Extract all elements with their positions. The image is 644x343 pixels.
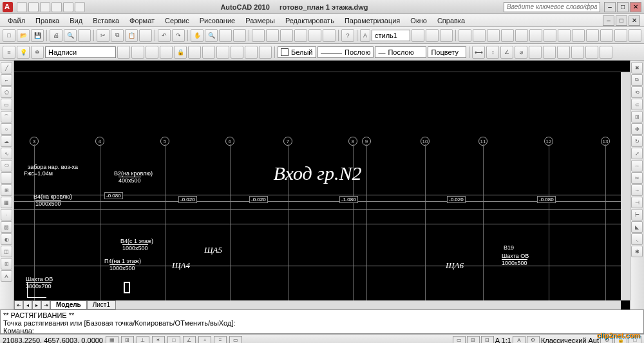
tablestyle-icon[interactable] [426, 29, 439, 42]
menu-format[interactable]: Формат [126, 15, 158, 26]
spline-icon[interactable]: ∿ [1, 148, 12, 159]
close-button[interactable]: ✕ [630, 2, 641, 12]
snap-toggle[interactable]: ▦ [106, 336, 118, 344]
menu-window[interactable]: Окно [406, 15, 431, 26]
table-icon[interactable]: ⊞ [1, 258, 12, 270]
circle-icon[interactable]: ○ [1, 123, 12, 135]
open-icon[interactable]: 📂 [17, 29, 30, 42]
stretch-icon[interactable]: ↔ [631, 160, 643, 172]
layer-combo[interactable]: Надписи [45, 46, 116, 58]
scale-icon[interactable]: ⤢ [631, 148, 643, 159]
block-icon[interactable]: ▦ [1, 197, 12, 208]
qat-save-icon[interactable] [40, 2, 50, 12]
dim-h-icon[interactable]: ⟷ [472, 46, 485, 59]
menu-file[interactable]: Файл [4, 15, 29, 26]
dim-ordinate-icon[interactable] [544, 29, 556, 42]
new-icon[interactable]: □ [3, 29, 15, 42]
properties-icon[interactable] [252, 29, 265, 42]
print-icon[interactable]: 🖨 [50, 29, 62, 42]
menu-dimension[interactable]: Размеры [242, 15, 279, 26]
dim-misc3-icon[interactable] [557, 46, 570, 59]
zoom-window-icon[interactable] [219, 29, 232, 42]
plotstyle-combo[interactable]: Поцвету [428, 46, 466, 58]
dim-tolerance-icon[interactable] [586, 29, 599, 42]
chamfer-icon[interactable]: ◣ [631, 221, 643, 233]
menu-edit[interactable]: Правка [32, 15, 63, 26]
anno-vis-icon[interactable]: A [513, 336, 526, 344]
command-window[interactable]: ** РАСТЯГИВАНИЕ ** Точка растягивания ил… [0, 309, 644, 334]
dim-aligned-icon[interactable] [473, 29, 486, 42]
dim-misc2-icon[interactable] [543, 46, 556, 59]
doc-minimize-button[interactable]: – [603, 15, 614, 26]
anno-scale[interactable]: A 1:1 [495, 337, 511, 344]
dim-update-icon[interactable] [629, 29, 641, 42]
revcloud-icon[interactable]: ☁ [1, 135, 12, 147]
save-icon[interactable]: 💾 [31, 29, 44, 42]
sheetset-icon[interactable] [294, 29, 307, 42]
layer-previous-icon[interactable] [117, 46, 130, 59]
menu-draw[interactable]: Рисование [196, 15, 239, 26]
pan-icon[interactable]: ✋ [191, 29, 204, 42]
rectangle-icon[interactable]: ▭ [1, 99, 12, 110]
qat-new-icon[interactable] [17, 2, 27, 12]
dim-center-icon[interactable] [600, 29, 613, 42]
menu-tools[interactable]: Сервис [161, 15, 193, 26]
mirror-icon[interactable]: ⟲ [631, 86, 643, 98]
line-icon[interactable]: ╱ [1, 62, 12, 74]
zoom-prev-icon[interactable] [233, 29, 246, 42]
layer-manager-icon[interactable]: ≡ [3, 46, 15, 59]
layer-on-icon[interactable] [231, 46, 243, 59]
dim-v-icon[interactable]: ↕ [486, 46, 499, 59]
polygon-icon[interactable]: ⬠ [1, 86, 12, 98]
copy-icon[interactable]: ⧉ [111, 29, 124, 42]
extend-icon[interactable]: → [631, 184, 643, 196]
erase-icon[interactable]: ✖ [631, 62, 643, 74]
dim-diameter-icon[interactable] [515, 29, 528, 42]
match-icon[interactable] [139, 29, 152, 42]
preview-icon[interactable]: 🔍 [64, 29, 77, 42]
sheet-next-icon[interactable]: ▸ [32, 300, 41, 309]
mtext-icon[interactable]: A [1, 270, 12, 282]
polar-toggle[interactable]: ✶ [152, 336, 165, 344]
workspace-label[interactable]: Классический Aut [541, 337, 599, 344]
help-icon[interactable]: ? [341, 29, 354, 42]
redo-icon[interactable]: ↷ [172, 29, 185, 42]
osnap-toggle[interactable]: □ [167, 336, 180, 344]
ellipse-arc-icon[interactable] [1, 172, 12, 184]
ellipse-icon[interactable]: ⬭ [1, 160, 12, 172]
sheet-first-icon[interactable]: ⇤ [14, 300, 23, 309]
dim-ang-icon[interactable]: ∠ [500, 46, 513, 59]
dim-misc4-icon[interactable] [571, 46, 584, 59]
explode-icon[interactable]: ✱ [631, 246, 643, 257]
rotate-icon[interactable]: ↻ [631, 135, 643, 147]
coordinates-display[interactable]: 21083.2250, 4657.6003, 0.0000 [3, 337, 103, 344]
anno-auto-icon[interactable]: ⚙ [527, 336, 540, 344]
arc-icon[interactable]: ⌒ [1, 111, 12, 122]
layer-iso-icon[interactable] [146, 46, 158, 59]
copy2-icon[interactable]: ⧉ [631, 74, 643, 86]
minimize-button[interactable]: – [604, 2, 616, 12]
dim-arc-icon[interactable] [487, 29, 500, 42]
color-combo[interactable]: Белый [278, 46, 316, 58]
markup-icon[interactable] [308, 29, 321, 42]
paste-icon[interactable]: 📋 [125, 29, 138, 42]
ortho-toggle[interactable]: ⊥ [137, 336, 149, 344]
sheet-last-icon[interactable]: ⇥ [41, 300, 50, 309]
qat-open-icon[interactable] [28, 2, 39, 12]
dim-radius-icon[interactable] [501, 29, 514, 42]
region-icon[interactable]: ◫ [1, 246, 12, 257]
qat-redo-icon[interactable] [63, 2, 73, 12]
dim-linear-icon[interactable] [459, 29, 471, 42]
layer-thaw-icon[interactable] [259, 46, 272, 59]
otrack-toggle[interactable]: ∠ [183, 336, 196, 344]
linetype-combo[interactable]: ——— Послою [317, 46, 374, 58]
move-icon[interactable]: ✥ [631, 123, 643, 135]
dim-misc5-icon[interactable] [585, 46, 598, 59]
publish-icon[interactable] [78, 29, 91, 42]
dim-baseline-icon[interactable] [558, 29, 571, 42]
horizontal-scrollbar[interactable] [116, 300, 621, 309]
menu-help[interactable]: Справка [433, 15, 469, 26]
dim-misc1-icon[interactable] [529, 46, 542, 59]
zoom-icon[interactable]: 🔍 [205, 29, 218, 42]
tab-layout1[interactable]: Лист1 [87, 300, 116, 309]
